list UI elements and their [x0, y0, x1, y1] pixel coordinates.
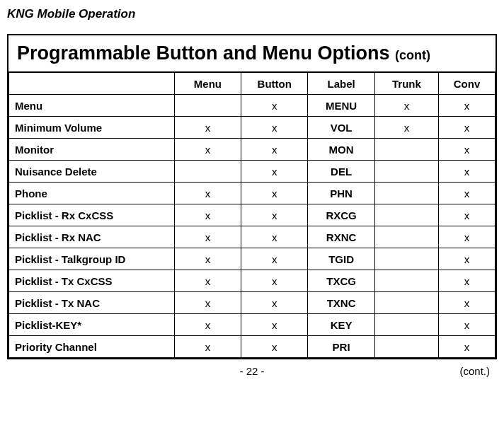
row-name: Picklist - Tx CxCSS: [9, 270, 175, 292]
row-button: x: [241, 292, 308, 314]
table-row: Picklist - Talkgroup IDxxTGIDx: [9, 248, 496, 270]
row-conv: x: [438, 336, 495, 358]
table-row: Picklist - Tx NACxxTXNCx: [9, 292, 496, 314]
row-label: TXCG: [308, 270, 374, 292]
row-label: MON: [308, 139, 374, 161]
col-header-first: [9, 73, 175, 95]
footer: - 22 - (cont.): [7, 365, 497, 379]
row-conv: x: [438, 183, 495, 204]
row-trunk: [374, 336, 438, 358]
col-header-button: Button: [241, 73, 308, 95]
row-name: Monitor: [9, 139, 175, 161]
row-label: RXCG: [308, 204, 374, 226]
row-trunk: [374, 204, 438, 226]
row-button: x: [241, 117, 308, 139]
row-button: x: [241, 204, 308, 226]
options-table: Menu Button Label Trunk Conv MenuxMENUxx…: [8, 72, 496, 358]
table-row: Picklist - Rx CxCSSxxRXCGx: [9, 204, 496, 226]
col-header-trunk: Trunk: [374, 73, 438, 95]
row-name: Picklist - Rx CxCSS: [9, 204, 175, 226]
row-trunk: x: [374, 117, 438, 139]
table-row: PhonexxPHNx: [9, 183, 496, 204]
row-button: x: [241, 314, 308, 336]
row-conv: x: [438, 292, 495, 314]
row-menu: x: [174, 270, 241, 292]
row-name: Menu: [9, 95, 175, 117]
row-label: MENU: [308, 95, 374, 117]
row-menu: x: [174, 139, 241, 161]
table-title-suffix: (cont): [395, 48, 430, 62]
row-conv: x: [438, 95, 495, 117]
col-header-conv: Conv: [438, 73, 495, 95]
table-row: Picklist - Tx CxCSSxxTXCGx: [9, 270, 496, 292]
row-name: Phone: [9, 183, 175, 204]
table-row: Minimum VolumexxVOLxx: [9, 117, 496, 139]
row-button: x: [241, 161, 308, 183]
row-trunk: [374, 248, 438, 270]
row-trunk: [374, 161, 438, 183]
row-label: PHN: [308, 183, 374, 204]
table-row: Picklist-KEY*xxKEYx: [9, 314, 496, 336]
row-label: PRI: [308, 336, 374, 358]
row-button: x: [241, 248, 308, 270]
row-button: x: [241, 270, 308, 292]
row-conv: x: [438, 161, 495, 183]
row-button: x: [241, 95, 308, 117]
row-menu: x: [174, 204, 241, 226]
row-name: Picklist-KEY*: [9, 314, 175, 336]
row-button: x: [241, 336, 308, 358]
col-header-label: Label: [308, 73, 374, 95]
row-trunk: [374, 292, 438, 314]
row-menu: x: [174, 183, 241, 204]
row-label: DEL: [308, 161, 374, 183]
row-menu: x: [174, 314, 241, 336]
row-name: Picklist - Rx NAC: [9, 226, 175, 248]
row-name: Nuisance Delete: [9, 161, 175, 183]
col-header-menu: Menu: [174, 73, 241, 95]
table-row: Nuisance DeletexDELx: [9, 161, 496, 183]
row-conv: x: [438, 117, 495, 139]
page-number: - 22 -: [7, 365, 497, 377]
row-button: x: [241, 183, 308, 204]
row-trunk: [374, 270, 438, 292]
row-name: Picklist - Talkgroup ID: [9, 248, 175, 270]
row-trunk: [374, 314, 438, 336]
row-label: TGID: [308, 248, 374, 270]
row-button: x: [241, 139, 308, 161]
table-title-text: Programmable Button and Menu Options: [17, 42, 390, 64]
row-menu: x: [174, 117, 241, 139]
row-menu: x: [174, 226, 241, 248]
row-label: VOL: [308, 117, 374, 139]
options-table-wrap: Programmable Button and Menu Options (co…: [7, 34, 497, 359]
row-trunk: [374, 139, 438, 161]
row-label: RXNC: [308, 226, 374, 248]
row-menu: [174, 161, 241, 183]
row-label: TXNC: [308, 292, 374, 314]
row-conv: x: [438, 270, 495, 292]
row-name: Priority Channel: [9, 336, 175, 358]
row-label: KEY: [308, 314, 374, 336]
table-title: Programmable Button and Menu Options (co…: [8, 35, 496, 72]
row-conv: x: [438, 204, 495, 226]
table-row: Picklist - Rx NACxxRXNCx: [9, 226, 496, 248]
row-menu: x: [174, 336, 241, 358]
row-menu: x: [174, 292, 241, 314]
table-row: MenuxMENUxx: [9, 95, 496, 117]
row-menu: [174, 95, 241, 117]
doc-header: KNG Mobile Operation: [7, 7, 497, 21]
table-header-row: Menu Button Label Trunk Conv: [9, 73, 496, 95]
cont-label: (cont.): [459, 365, 490, 377]
row-trunk: [374, 183, 438, 204]
row-conv: x: [438, 314, 495, 336]
row-conv: x: [438, 226, 495, 248]
row-name: Picklist - Tx NAC: [9, 292, 175, 314]
table-row: Priority ChannelxxPRIx: [9, 336, 496, 358]
row-trunk: x: [374, 95, 438, 117]
row-conv: x: [438, 139, 495, 161]
table-row: MonitorxxMONx: [9, 139, 496, 161]
row-name: Minimum Volume: [9, 117, 175, 139]
row-trunk: [374, 226, 438, 248]
row-button: x: [241, 226, 308, 248]
row-conv: x: [438, 248, 495, 270]
row-menu: x: [174, 248, 241, 270]
